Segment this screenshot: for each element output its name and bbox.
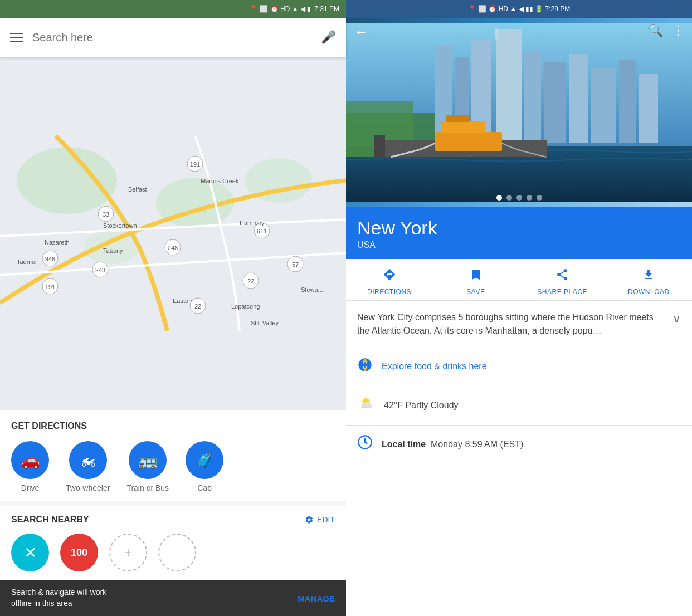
location-header: New York USA — [346, 207, 692, 259]
svg-text:191: 191 — [45, 283, 55, 290]
svg-text:22: 22 — [194, 303, 201, 310]
action-share[interactable]: SHARE PLACE — [519, 268, 606, 296]
back-button[interactable]: ← — [354, 23, 368, 41]
nearby-atm[interactable]: 100 — [60, 534, 98, 571]
nearby-options: ✕ 100 + — [11, 534, 335, 571]
weather-icon — [357, 394, 375, 416]
svg-point-60 — [368, 404, 372, 408]
explore-section[interactable]: Explore food & drinks here — [346, 348, 692, 385]
directions-icon — [383, 268, 396, 285]
transport-two-wheeler[interactable]: 🏍 Two-wheeler — [66, 441, 110, 492]
localtime-section: Local time Monday 8:59 AM (EST) — [346, 426, 692, 463]
save-label: SAVE — [466, 288, 485, 296]
hero-dot-2[interactable] — [506, 195, 512, 201]
svg-text:Stockertown: Stockertown — [103, 222, 137, 229]
action-directions[interactable]: DIRECTIONS — [346, 268, 432, 296]
bottom-sheet: GET DIRECTIONS 🚗 Drive 🏍 Two-wheeler 🚌 T… — [0, 410, 346, 616]
transport-options: 🚗 Drive 🏍 Two-wheeler 🚌 Train or Bus 🧳 C… — [11, 441, 335, 492]
svg-text:Martins Creek: Martins Creek — [201, 178, 239, 184]
svg-text:Tatamy: Tatamy — [103, 247, 123, 254]
localtime-value: Monday 8:59 AM (EST) — [431, 439, 523, 449]
hero-dots — [496, 195, 542, 201]
directions-section: GET DIRECTIONS 🚗 Drive 🏍 Two-wheeler 🚌 T… — [0, 410, 346, 506]
svg-rect-50 — [639, 74, 658, 143]
hero-dot-3[interactable] — [516, 195, 522, 201]
nearby-food[interactable]: ✕ — [11, 534, 49, 571]
mic-icon[interactable]: 🎤 — [321, 30, 336, 45]
svg-text:248: 248 — [95, 267, 105, 273]
directions-title: GET DIRECTIONS — [11, 421, 335, 431]
more-options-icon[interactable]: ⋮ — [672, 23, 684, 38]
action-save[interactable]: SAVE — [432, 268, 519, 296]
search-nearby-title: SEARCH NEARBY — [11, 515, 89, 525]
svg-text:Harmony: Harmony — [240, 219, 265, 226]
explore-icon — [357, 357, 373, 376]
two-wheeler-icon-circle: 🏍 — [69, 441, 107, 479]
manage-button[interactable]: MANAGE — [298, 594, 335, 603]
hero-top-right: 🔍 ⋮ — [648, 23, 684, 38]
svg-text:Tadmor: Tadmor — [17, 258, 37, 265]
svg-rect-47 — [569, 54, 588, 143]
svg-text:Easton: Easton — [173, 297, 192, 304]
svg-point-1 — [17, 147, 117, 214]
svg-point-56 — [363, 363, 367, 367]
svg-rect-54 — [441, 121, 485, 133]
hero-dot-4[interactable] — [527, 195, 532, 201]
train-bus-label: Train or Bus — [126, 483, 169, 492]
transport-cab[interactable]: 🧳 Cab — [186, 441, 223, 492]
search-bar: 🎤 — [0, 18, 346, 57]
hamburger-icon[interactable] — [10, 33, 23, 42]
svg-rect-48 — [591, 68, 616, 143]
action-download[interactable]: DOWNLOAD — [606, 268, 692, 296]
weather-text: 42°F Partly Cloudy — [384, 400, 459, 410]
download-label: DOWNLOAD — [628, 288, 670, 296]
drive-icon-circle: 🚗 — [11, 441, 49, 479]
expand-icon[interactable]: ∨ — [672, 312, 681, 325]
svg-rect-53 — [435, 132, 502, 151]
gear-icon — [305, 515, 314, 524]
location-country: USA — [357, 240, 681, 250]
description-section: New York City comprises 5 boroughs sitti… — [346, 301, 692, 348]
svg-text:248: 248 — [168, 245, 178, 251]
status-icons-left: 📍 ⬜ ⏰ HD ▲ ◀ ▮ — [250, 5, 311, 13]
hero-dot-5[interactable] — [537, 195, 542, 201]
edit-button[interactable]: EDIT — [305, 515, 335, 524]
svg-text:33: 33 — [103, 211, 109, 218]
svg-text:Stewa...: Stewa... — [301, 286, 323, 293]
description-text: New York City comprises 5 boroughs sitti… — [357, 311, 667, 338]
map-area[interactable]: 946 191 248 248 33 22 57 611 191 Belfast… — [0, 57, 346, 410]
location-name: New York — [357, 217, 681, 239]
search-icon[interactable]: 🔍 — [648, 23, 663, 38]
svg-rect-49 — [619, 60, 636, 143]
offline-bar: Search & navigate will workoffline in th… — [0, 580, 346, 616]
svg-text:Lopatcong: Lopatcong — [231, 303, 260, 310]
two-wheeler-label: Two-wheeler — [66, 483, 110, 492]
status-bar-left: 📍 ⬜ ⏰ HD ▲ ◀ ▮ 7:31 PM — [0, 0, 346, 18]
time-left: 7:31 PM — [314, 5, 339, 13]
left-panel: 📍 ⬜ ⏰ HD ▲ ◀ ▮ 7:31 PM 🎤 — [0, 0, 346, 616]
svg-rect-46 — [544, 62, 566, 143]
transport-drive[interactable]: 🚗 Drive — [11, 441, 49, 492]
clock-icon — [357, 434, 373, 454]
svg-text:22: 22 — [247, 278, 254, 285]
nearby-empty — [158, 534, 196, 571]
train-bus-icon-circle: 🚌 — [129, 441, 167, 479]
save-icon — [469, 268, 483, 285]
search-input[interactable] — [32, 31, 312, 44]
svg-text:946: 946 — [45, 256, 55, 262]
svg-text:611: 611 — [257, 228, 267, 234]
svg-text:Nazareth: Nazareth — [45, 239, 70, 246]
offline-message: Search & navigate will workoffline in th… — [11, 587, 106, 609]
directions-label: DIRECTIONS — [367, 288, 411, 296]
svg-text:57: 57 — [292, 261, 299, 268]
right-panel: 📍 ⬜ ⏰ HD ▲ ◀ ▮▮ 🔋 7:29 PM — [346, 0, 692, 616]
hero-image: ← 🔍 ⋮ — [346, 18, 692, 207]
nearby-add[interactable]: + — [109, 534, 147, 571]
cab-label: Cab — [197, 483, 212, 492]
share-icon — [555, 268, 569, 285]
hero-dot-1[interactable] — [496, 195, 502, 201]
status-bar-right: 📍 ⬜ ⏰ HD ▲ ◀ ▮▮ 🔋 7:29 PM — [346, 0, 692, 18]
transport-train-bus[interactable]: 🚌 Train or Bus — [126, 441, 169, 492]
weather-section: 42°F Partly Cloudy — [346, 385, 692, 426]
localtime-label: Local time — [382, 439, 426, 449]
